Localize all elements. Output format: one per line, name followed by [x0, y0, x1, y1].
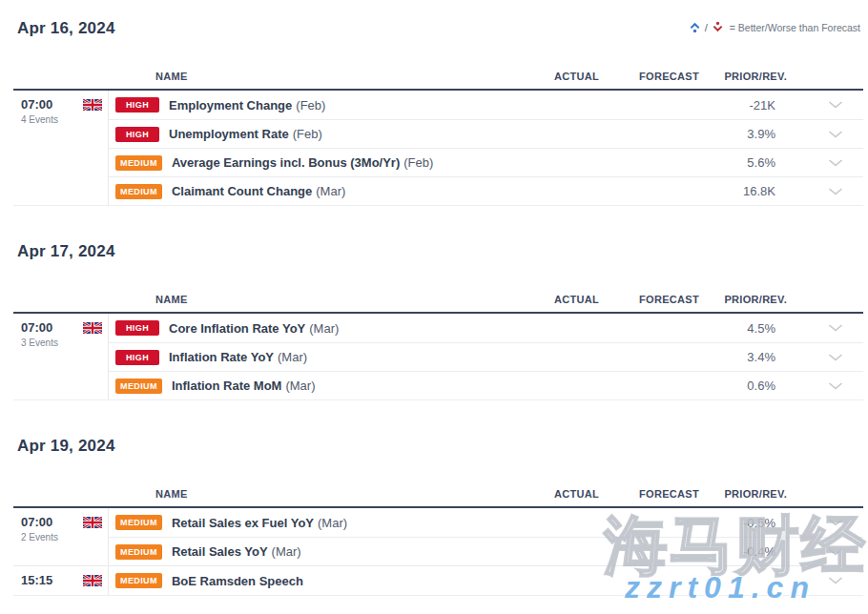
column-header-actual: ACTUAL — [499, 71, 599, 82]
event-period: (Feb) — [403, 155, 433, 170]
event-period: (Mar) — [285, 379, 315, 393]
event-period: (Mar) — [309, 321, 339, 336]
event-period: (Feb) — [293, 127, 322, 141]
uk-flag-icon — [83, 575, 102, 586]
expand-chevron-icon[interactable] — [795, 324, 863, 332]
event-time: 07:00 — [21, 516, 58, 529]
event-row[interactable]: MEDIUM Retail Sales YoY (Mar) -0.4% — [109, 537, 863, 565]
day-section-apr19: Apr 19, 2024 NAME ACTUAL FORECAST PRIOR/… — [13, 400, 863, 596]
events-count: 2 Events — [21, 532, 58, 542]
event-row[interactable]: HIGH Employment Change (Feb) -21K — [109, 91, 863, 119]
event-name[interactable]: Core Inflation Rate YoY — [169, 321, 305, 336]
event-name[interactable]: Claimant Count Change — [172, 184, 312, 198]
column-header-actual: ACTUAL — [499, 294, 599, 305]
time-cell: 07:00 4 Events — [13, 91, 109, 205]
events-count: 4 Events — [21, 114, 58, 125]
event-name[interactable]: Retail Sales ex Fuel YoY — [172, 516, 314, 530]
expand-chevron-icon[interactable] — [795, 159, 863, 167]
expand-chevron-icon[interactable] — [795, 548, 863, 556]
expand-chevron-icon[interactable] — [795, 101, 863, 109]
event-period: (Mar) — [318, 516, 347, 530]
event-period: (Mar) — [272, 544, 301, 559]
prior-value: 3.9% — [699, 127, 795, 141]
prior-value: -0.5% — [699, 516, 795, 530]
event-row[interactable]: MEDIUM BoE Ramsden Speech — [109, 566, 863, 595]
column-header-forecast: FORECAST — [599, 71, 699, 82]
event-row[interactable]: MEDIUM Average Earnings incl. Bonus (3Mo… — [109, 148, 863, 176]
importance-badge: MEDIUM — [115, 515, 162, 530]
prior-value: 5.6% — [699, 155, 795, 170]
uk-flag-icon — [83, 322, 102, 334]
time-group: 15:15 MEDIUM BoE R — [13, 565, 863, 595]
importance-badge: HIGH — [115, 320, 159, 336]
column-header-name: NAME — [109, 294, 499, 305]
importance-badge: MEDIUM — [115, 573, 162, 588]
importance-badge: HIGH — [115, 97, 159, 113]
legend-separator: / — [705, 22, 708, 33]
time-cell: 07:00 3 Events — [13, 314, 109, 399]
event-name[interactable]: Unemployment Rate — [169, 127, 289, 141]
event-time: 07:00 — [21, 321, 58, 335]
events-count: 3 Events — [21, 338, 58, 348]
expand-chevron-icon[interactable] — [795, 577, 863, 584]
date-heading: Apr 17, 2024 — [17, 206, 863, 261]
time-group: 07:00 3 Events HIGH — [13, 314, 863, 399]
event-period: (Mar) — [316, 184, 345, 198]
event-name[interactable]: Inflation Rate MoM — [172, 379, 282, 393]
event-row[interactable]: HIGH Core Inflation Rate YoY (Mar) 4.5% — [109, 314, 863, 342]
importance-badge: MEDIUM — [115, 155, 162, 171]
uk-flag-icon — [83, 517, 102, 528]
prior-value: 3.4% — [699, 350, 795, 364]
column-header-prior: PRIOR/REV. — [699, 71, 795, 82]
legend: / = Better/Worse than Forecast — [689, 21, 860, 33]
prior-value: 4.5% — [699, 321, 795, 336]
event-period: (Mar) — [278, 350, 307, 364]
event-time: 15:15 — [21, 574, 52, 587]
uk-flag-icon — [83, 99, 102, 111]
table-header-row: NAME ACTUAL FORECAST PRIOR/REV. — [13, 485, 863, 508]
expand-chevron-icon[interactable] — [795, 519, 863, 526]
chevron-down-dot-icon — [712, 21, 724, 33]
event-row[interactable]: MEDIUM Claimant Count Change (Mar) 16.8K — [109, 176, 863, 205]
event-row[interactable]: HIGH Inflation Rate YoY (Mar) 3.4% — [109, 342, 863, 371]
prior-value: 0.6% — [699, 379, 795, 393]
event-name[interactable]: Retail Sales YoY — [172, 544, 268, 559]
event-row[interactable]: HIGH Unemployment Rate (Feb) 3.9% — [109, 119, 863, 148]
importance-badge: MEDIUM — [115, 379, 162, 394]
expand-chevron-icon[interactable] — [795, 131, 863, 138]
event-name[interactable]: Employment Change — [169, 98, 292, 113]
economic-calendar-page: / = Better/Worse than Forecast Apr 16, 2… — [0, 0, 868, 614]
table-header-row: NAME ACTUAL FORECAST PRIOR/REV. — [13, 291, 863, 314]
time-cell: 15:15 — [13, 566, 109, 595]
events-table: NAME ACTUAL FORECAST PRIOR/REV. 07:00 2 … — [13, 485, 863, 596]
importance-badge: HIGH — [115, 350, 159, 365]
prior-value: -0.4% — [699, 544, 795, 559]
time-group: 07:00 4 Events HIGH — [13, 91, 863, 205]
time-group: 07:00 2 Events MEDIUM — [13, 508, 863, 565]
column-header-name: NAME — [109, 71, 499, 82]
column-header-forecast: FORECAST — [599, 488, 699, 500]
expand-chevron-icon[interactable] — [795, 354, 863, 361]
event-name[interactable]: Inflation Rate YoY — [169, 350, 274, 364]
expand-chevron-icon[interactable] — [795, 382, 863, 390]
event-time: 07:00 — [21, 98, 58, 112]
importance-badge: MEDIUM — [115, 184, 162, 199]
column-header-actual: ACTUAL — [499, 488, 599, 500]
column-header-forecast: FORECAST — [599, 294, 699, 305]
event-row[interactable]: MEDIUM Retail Sales ex Fuel YoY (Mar) -0… — [109, 508, 863, 537]
events-list: MEDIUM BoE Ramsden Speech — [109, 566, 863, 595]
events-list: HIGH Employment Change (Feb) -21K — [109, 91, 863, 205]
time-cell: 07:00 2 Events — [13, 508, 109, 565]
prior-value: -21K — [699, 98, 795, 113]
chevron-up-dot-icon — [689, 21, 701, 33]
expand-chevron-icon[interactable] — [795, 188, 863, 195]
date-heading: Apr 19, 2024 — [17, 400, 863, 456]
event-name[interactable]: BoE Ramsden Speech — [172, 574, 303, 588]
event-name[interactable]: Average Earnings incl. Bonus (3Mo/Yr) — [172, 155, 400, 170]
column-header-prior: PRIOR/REV. — [699, 294, 795, 305]
column-header-name: NAME — [109, 488, 499, 500]
events-list: MEDIUM Retail Sales ex Fuel YoY (Mar) -0… — [109, 508, 863, 565]
legend-text: = Better/Worse than Forecast — [730, 22, 860, 33]
events-list: HIGH Core Inflation Rate YoY (Mar) 4.5% — [109, 314, 863, 399]
event-row[interactable]: MEDIUM Inflation Rate MoM (Mar) 0.6% — [109, 371, 863, 399]
